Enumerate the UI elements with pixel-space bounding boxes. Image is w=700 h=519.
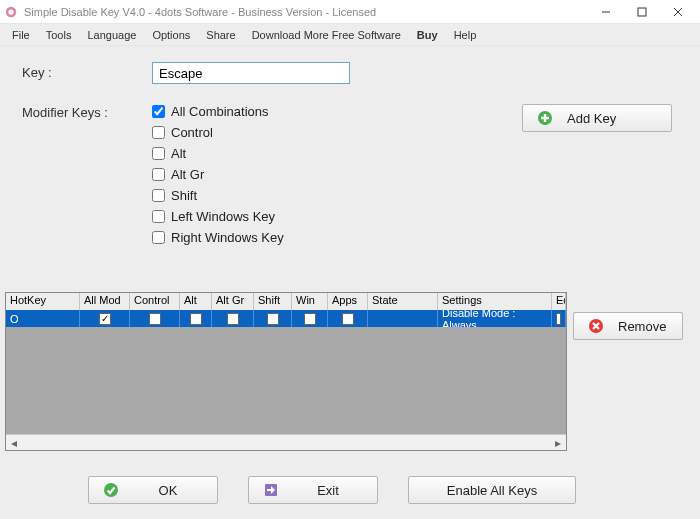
mod-lwin-checkbox[interactable] [152, 210, 165, 223]
cell-win[interactable] [292, 310, 328, 327]
col-allmod[interactable]: All Mod [80, 293, 130, 310]
col-eq[interactable]: Eq [552, 293, 566, 310]
col-hotkey[interactable]: HotKey [6, 293, 80, 310]
cell-settings: Disable Mode : Always [438, 310, 552, 327]
menu-share[interactable]: Share [198, 27, 243, 43]
app-icon [4, 5, 18, 19]
svg-rect-2 [638, 8, 646, 16]
cell-shift[interactable] [254, 310, 292, 327]
mod-alt-checkbox[interactable] [152, 147, 165, 160]
cell-apps[interactable] [328, 310, 368, 327]
form-area: Key : Modifier Keys : All Combinations C… [0, 46, 700, 245]
col-control[interactable]: Control [130, 293, 180, 310]
bottom-bar: OK Exit Enable All Keys [88, 476, 576, 504]
enable-all-keys-button[interactable]: Enable All Keys [408, 476, 576, 504]
remove-icon [588, 318, 604, 334]
menu-tools[interactable]: Tools [38, 27, 80, 43]
svg-point-1 [8, 9, 13, 14]
mod-rwin-checkbox[interactable] [152, 231, 165, 244]
col-settings[interactable]: Settings [438, 293, 552, 310]
menu-download[interactable]: Download More Free Software [244, 27, 409, 43]
mod-altgr-checkbox[interactable] [152, 168, 165, 181]
menu-buy[interactable]: Buy [409, 27, 446, 43]
modifiers-label: Modifier Keys : [22, 102, 152, 120]
menu-file[interactable]: File [4, 27, 38, 43]
modifier-list: All Combinations Control Alt Alt Gr Shif… [152, 102, 284, 245]
menu-language[interactable]: Language [79, 27, 144, 43]
cell-alt[interactable] [180, 310, 212, 327]
ok-button[interactable]: OK [88, 476, 218, 504]
remove-button[interactable]: Remove [573, 312, 683, 340]
menubar: File Tools Language Options Share Downlo… [0, 24, 700, 46]
cell-eq[interactable] [552, 310, 566, 327]
col-altgr[interactable]: Alt Gr [212, 293, 254, 310]
menu-options[interactable]: Options [144, 27, 198, 43]
minimize-button[interactable] [588, 1, 624, 23]
menu-help[interactable]: Help [446, 27, 485, 43]
key-input[interactable] [152, 62, 350, 84]
window-title: Simple Disable Key V4.0 - 4dots Software… [24, 6, 588, 18]
mod-shift[interactable]: Shift [152, 188, 284, 203]
plus-icon [537, 110, 553, 126]
horizontal-scrollbar[interactable]: ◂ ▸ [6, 434, 566, 450]
titlebar: Simple Disable Key V4.0 - 4dots Software… [0, 0, 700, 24]
col-shift[interactable]: Shift [254, 293, 292, 310]
mod-shift-checkbox[interactable] [152, 189, 165, 202]
add-key-button[interactable]: Add Key [522, 104, 672, 132]
mod-alt[interactable]: Alt [152, 146, 284, 161]
grid-row[interactable]: O Disable Mode : Always [6, 310, 566, 327]
cell-state [368, 310, 438, 327]
mod-control-checkbox[interactable] [152, 126, 165, 139]
col-alt[interactable]: Alt [180, 293, 212, 310]
mod-rwin[interactable]: Right Windows Key [152, 230, 284, 245]
maximize-button[interactable] [624, 1, 660, 23]
close-button[interactable] [660, 1, 696, 23]
cell-hotkey: O [6, 310, 80, 327]
mod-all-combinations[interactable]: All Combinations [152, 104, 284, 119]
col-state[interactable]: State [368, 293, 438, 310]
col-apps[interactable]: Apps [328, 293, 368, 310]
cell-altgr[interactable] [212, 310, 254, 327]
mod-altgr[interactable]: Alt Gr [152, 167, 284, 182]
scroll-left-icon[interactable]: ◂ [6, 436, 22, 450]
mod-lwin[interactable]: Left Windows Key [152, 209, 284, 224]
keys-grid[interactable]: HotKey All Mod Control Alt Alt Gr Shift … [5, 292, 567, 451]
mod-all-checkbox[interactable] [152, 105, 165, 118]
cell-control[interactable] [130, 310, 180, 327]
mod-control[interactable]: Control [152, 125, 284, 140]
grid-header-row: HotKey All Mod Control Alt Alt Gr Shift … [6, 293, 566, 310]
exit-icon [263, 482, 279, 498]
cell-allmod[interactable] [80, 310, 130, 327]
col-win[interactable]: Win [292, 293, 328, 310]
check-icon [103, 482, 119, 498]
key-label: Key : [22, 62, 152, 80]
exit-button[interactable]: Exit [248, 476, 378, 504]
scroll-right-icon[interactable]: ▸ [550, 436, 566, 450]
